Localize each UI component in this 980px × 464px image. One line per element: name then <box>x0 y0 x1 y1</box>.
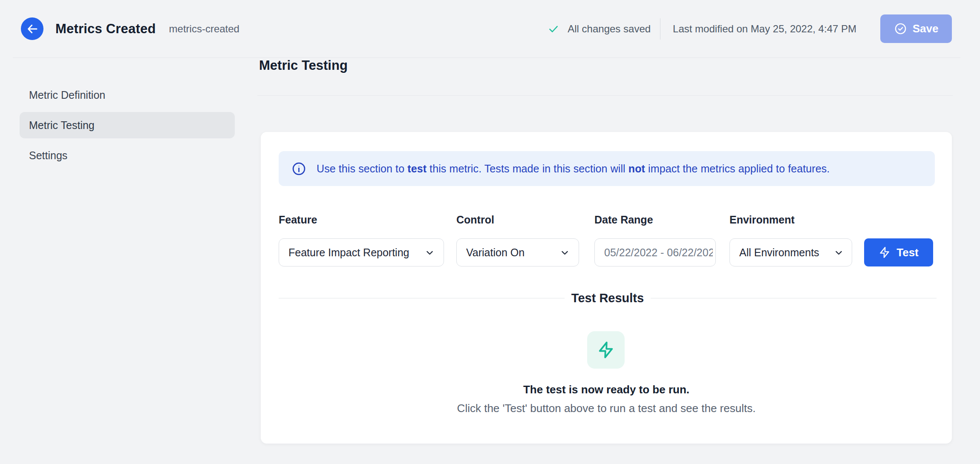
divider-line <box>279 298 565 298</box>
chevron-down-icon <box>834 248 843 257</box>
sidebar-item-label: Settings <box>29 149 67 162</box>
test-results-title: Test Results <box>571 291 644 305</box>
info-banner-text: Use this section to test this metric. Te… <box>317 163 830 175</box>
check-icon <box>548 23 559 34</box>
lightning-bolt-icon <box>879 246 891 258</box>
metric-testing-card: Use this section to test this metric. Te… <box>261 132 952 444</box>
save-status: All changes saved <box>548 23 651 35</box>
test-button-label: Test <box>896 246 919 259</box>
divider-line <box>651 298 937 298</box>
save-button[interactable]: Save <box>880 14 952 43</box>
info-icon <box>291 161 306 176</box>
header-divider <box>660 18 660 40</box>
save-status-label: All changes saved <box>568 23 651 35</box>
header-bottom-divider <box>13 57 960 58</box>
empty-state-subtitle: Click the 'Test' button above to run a t… <box>261 402 952 415</box>
lightning-bolt-icon <box>597 341 615 359</box>
chevron-down-icon <box>560 248 569 257</box>
arrow-left-icon <box>26 23 39 35</box>
control-select[interactable]: Variation On <box>456 238 579 266</box>
page-title: Metrics Created <box>55 21 156 37</box>
section-heading: Metric Testing <box>259 58 348 73</box>
date-range-input[interactable] <box>604 239 713 266</box>
save-button-label: Save <box>913 22 939 35</box>
section-divider <box>257 95 953 96</box>
test-button[interactable]: Test <box>864 238 933 266</box>
empty-state-icon-box <box>587 331 625 369</box>
last-modified-label: Last modified on May 25, 2022, 4:47 PM <box>673 23 856 35</box>
back-button[interactable] <box>21 17 43 40</box>
sidebar-item-label: Metric Definition <box>29 89 105 101</box>
info-banner: Use this section to test this metric. Te… <box>279 151 935 186</box>
feature-select[interactable]: Feature Impact Reporting <box>279 238 444 266</box>
control-select-value: Variation On <box>466 246 525 259</box>
empty-state-title: The test is now ready to be run. <box>261 383 952 396</box>
test-results-divider: Test Results <box>279 290 937 306</box>
check-circle-icon <box>894 22 907 35</box>
sidebar-item-metric-definition[interactable]: Metric Definition <box>20 82 235 108</box>
feature-label: Feature <box>279 214 317 226</box>
environment-label: Environment <box>729 214 795 226</box>
environment-select[interactable]: All Environments <box>729 238 852 266</box>
feature-select-value: Feature Impact Reporting <box>288 246 409 259</box>
chevron-down-icon <box>425 248 434 257</box>
sidebar-item-settings[interactable]: Settings <box>20 142 235 169</box>
metric-key: metrics-created <box>169 23 239 35</box>
environment-select-value: All Environments <box>739 246 819 259</box>
control-label: Control <box>456 214 494 226</box>
sidebar-item-metric-testing[interactable]: Metric Testing <box>20 112 235 138</box>
sidebar-item-label: Metric Testing <box>29 119 95 132</box>
date-range-label: Date Range <box>594 214 653 226</box>
date-range-field <box>594 238 716 266</box>
app-header: Metrics Created metrics-created All chan… <box>0 0 980 57</box>
